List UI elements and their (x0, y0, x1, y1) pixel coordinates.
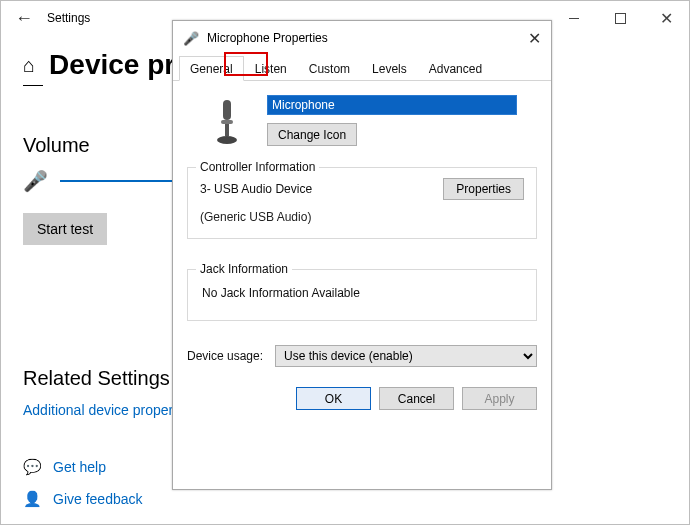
change-icon-button[interactable]: Change Icon (267, 123, 357, 146)
device-usage-label: Device usage: (187, 349, 263, 363)
svg-rect-1 (221, 120, 233, 124)
minimize-button[interactable] (551, 3, 597, 33)
tab-levels[interactable]: Levels (361, 56, 418, 81)
dialog-microphone-icon: 🎤 (183, 31, 199, 46)
microphone-properties-dialog: 🎤 Microphone Properties ✕ General Listen… (172, 20, 552, 490)
jack-info-text: No Jack Information Available (200, 280, 524, 306)
get-help-link[interactable]: Get help (53, 459, 106, 475)
close-window-button[interactable]: ✕ (643, 3, 689, 33)
microphone-device-icon (207, 98, 247, 148)
apply-button[interactable]: Apply (462, 387, 537, 410)
tab-custom[interactable]: Custom (298, 56, 361, 81)
feedback-icon: 👤 (23, 490, 39, 508)
tab-page-general: Change Icon Controller Information 3- US… (173, 81, 551, 377)
tab-strip: General Listen Custom Levels Advanced (173, 55, 551, 81)
volume-slider[interactable] (60, 180, 190, 182)
svg-rect-2 (225, 124, 229, 136)
tab-listen[interactable]: Listen (244, 56, 298, 81)
device-usage-select[interactable]: Use this device (enable) (275, 345, 537, 367)
back-button[interactable]: ← (1, 8, 47, 29)
svg-point-3 (217, 136, 237, 144)
maximize-button[interactable] (597, 3, 643, 33)
jack-info-legend: Jack Information (196, 262, 292, 276)
ok-button[interactable]: OK (296, 387, 371, 410)
tab-advanced[interactable]: Advanced (418, 56, 493, 81)
dialog-titlebar: 🎤 Microphone Properties ✕ (173, 21, 551, 55)
svg-rect-0 (223, 100, 231, 120)
controller-generic-name: (Generic USB Audio) (200, 210, 524, 224)
help-icon: 💬 (23, 458, 39, 476)
settings-window-title: Settings (47, 11, 90, 25)
microphone-icon: 🎤 (23, 169, 48, 193)
home-icon[interactable]: ⌂ (23, 54, 35, 77)
controller-information-group: Controller Information 3- USB Audio Devi… (187, 167, 537, 239)
start-test-button[interactable]: Start test (23, 213, 107, 245)
controller-device-name: 3- USB Audio Device (200, 182, 312, 196)
cancel-button[interactable]: Cancel (379, 387, 454, 410)
device-name-input[interactable] (267, 95, 517, 115)
title-underline (23, 85, 43, 86)
dialog-button-row: OK Cancel Apply (173, 377, 551, 410)
give-feedback-link[interactable]: Give feedback (53, 491, 143, 507)
tab-general[interactable]: General (179, 56, 244, 81)
dialog-close-button[interactable]: ✕ (528, 29, 541, 48)
device-large-icon (187, 95, 267, 151)
controller-info-legend: Controller Information (196, 160, 319, 174)
controller-properties-button[interactable]: Properties (443, 178, 524, 200)
jack-information-group: Jack Information No Jack Information Ava… (187, 269, 537, 321)
dialog-title: Microphone Properties (207, 31, 528, 45)
